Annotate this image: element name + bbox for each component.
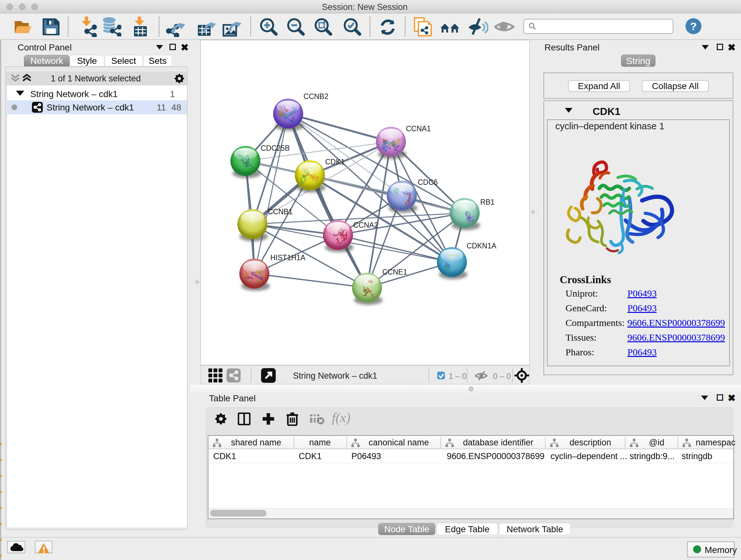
svg-text:CCNA1: CCNA1 bbox=[406, 125, 431, 133]
svg-text:CCNB1: CCNB1 bbox=[268, 207, 293, 216]
svg-text:CDK1: CDK1 bbox=[325, 158, 345, 166]
svg-text:CCNE1: CCNE1 bbox=[382, 268, 407, 276]
svg-text:CCNB2: CCNB2 bbox=[304, 92, 328, 101]
svg-text:HIST1H1A: HIST1H1A bbox=[270, 253, 306, 262]
svg-text:RB1: RB1 bbox=[480, 198, 495, 206]
svg-text:CDC6: CDC6 bbox=[418, 178, 438, 186]
svg-text:CDC25B: CDC25B bbox=[261, 144, 290, 152]
svg-text:CDKN1A: CDKN1A bbox=[467, 242, 496, 250]
svg-text:CCNA2: CCNA2 bbox=[353, 221, 378, 229]
